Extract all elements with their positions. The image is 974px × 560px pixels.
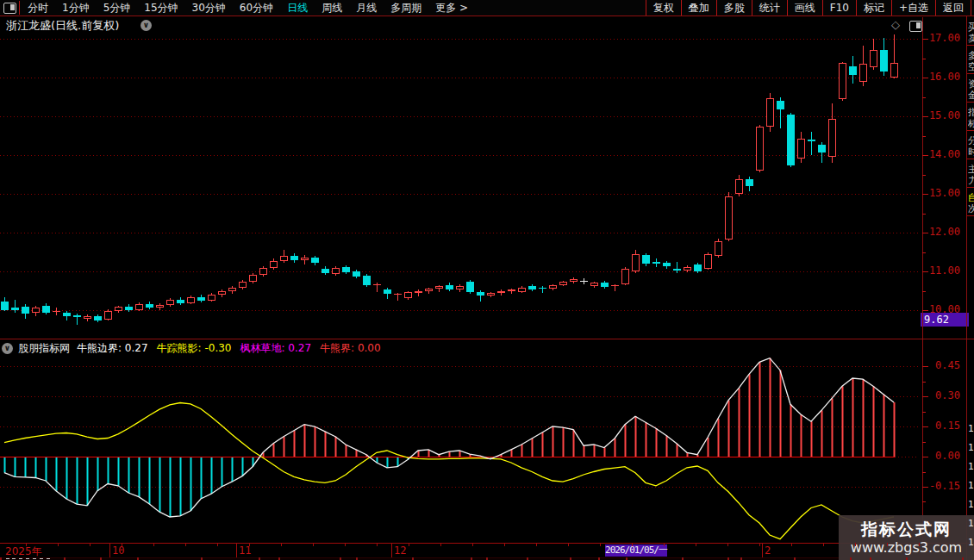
candle bbox=[736, 175, 743, 196]
x-axis-tick bbox=[122, 543, 122, 546]
x-axis-label: 2 bbox=[765, 544, 771, 557]
x-axis-tick bbox=[759, 543, 760, 546]
indicator-chart[interactable] bbox=[0, 358, 922, 543]
candle bbox=[808, 132, 815, 155]
candle bbox=[373, 283, 381, 292]
period-item-1分钟[interactable]: 1分钟 bbox=[55, 0, 97, 16]
tool-item-返回[interactable]: 返回 bbox=[935, 0, 971, 16]
candle bbox=[177, 297, 184, 305]
x-axis-separator bbox=[391, 543, 392, 557]
candle bbox=[798, 132, 805, 163]
candle bbox=[405, 291, 412, 300]
tool-item-F10[interactable]: F10 bbox=[822, 0, 856, 16]
indicator-value: 牛熊界: 0.00 bbox=[320, 341, 381, 356]
tool-item-画线[interactable]: 画线 bbox=[787, 0, 822, 16]
candle bbox=[384, 288, 391, 299]
top-toolbar: 分时1分钟5分钟15分钟30分钟60分钟日线周线月线多周期更多 > 复权叠加多股… bbox=[0, 0, 974, 16]
period-item-60分钟[interactable]: 60分钟 bbox=[233, 0, 280, 16]
indicator-axis-label: 0.00 bbox=[924, 450, 960, 462]
indicator-axis-label: -0.15 bbox=[924, 480, 960, 492]
tool-item-+自选[interactable]: +自选 bbox=[891, 0, 935, 16]
candle bbox=[840, 62, 846, 101]
candle bbox=[560, 281, 567, 286]
indicator-axis-tick bbox=[922, 412, 926, 413]
x-axis-tick bbox=[600, 543, 601, 546]
period-item-更多 >[interactable]: 更多 > bbox=[428, 0, 475, 16]
x-axis-separator bbox=[109, 543, 110, 557]
candle bbox=[871, 39, 877, 70]
indicator-header: ∨ 股朋指标网 牛熊边界: 0.27牛踪熊影: -0.30枫林草地: 0.27牛… bbox=[2, 341, 390, 356]
candle bbox=[528, 284, 536, 291]
candle bbox=[167, 298, 174, 307]
sidebar-glyph: 多 bbox=[968, 51, 974, 61]
indicator-source: 股朋指标网 bbox=[18, 341, 70, 356]
tools-menu: 复权叠加多股统计画线F10标记+自选返回 bbox=[646, 0, 971, 16]
indicator-value: 牛踪熊影: -0.30 bbox=[157, 341, 232, 356]
tool-item-统计[interactable]: 统计 bbox=[752, 0, 787, 16]
candlestick-chart[interactable] bbox=[0, 17, 922, 339]
period-item-周线[interactable]: 周线 bbox=[315, 0, 349, 16]
tool-item-标记[interactable]: 标记 bbox=[856, 0, 891, 16]
indicator-value: 牛熊边界: 0.27 bbox=[77, 341, 148, 356]
candle bbox=[94, 314, 102, 322]
candle bbox=[342, 265, 350, 274]
sidebar-glyph: 指 bbox=[968, 108, 974, 118]
candle bbox=[652, 258, 660, 267]
tool-item-多股[interactable]: 多股 bbox=[716, 0, 752, 16]
period-item-月线[interactable]: 月线 bbox=[349, 0, 384, 16]
candle bbox=[519, 286, 526, 293]
price-axis-tick bbox=[922, 155, 928, 156]
sidebar-divider bbox=[967, 45, 974, 46]
candle bbox=[860, 46, 867, 86]
price-axis-tick bbox=[922, 39, 928, 40]
candle bbox=[633, 250, 640, 273]
price-axis-tick bbox=[922, 291, 926, 292]
x-axis-tick bbox=[919, 543, 920, 546]
price-axis-label: 17.00 bbox=[924, 32, 960, 44]
clipped-row-dot bbox=[12, 558, 16, 559]
candle bbox=[42, 303, 50, 314]
candle bbox=[757, 125, 764, 172]
x-axis-tick bbox=[26, 543, 27, 546]
price-axis-tick bbox=[922, 175, 926, 176]
chevron-down-icon[interactable]: ∨ bbox=[2, 343, 13, 354]
x-axis-label: 10 bbox=[112, 544, 124, 557]
sidebar-glyph: 时 bbox=[968, 147, 974, 158]
candle bbox=[116, 306, 122, 313]
candle bbox=[446, 283, 453, 291]
tool-item-复权[interactable]: 复权 bbox=[646, 0, 681, 16]
sidebar-glyph: 空 bbox=[968, 62, 974, 72]
sidebar-glyph: 金 bbox=[968, 90, 974, 101]
x-axis-tick bbox=[664, 543, 665, 546]
candle bbox=[746, 177, 753, 191]
indicator-axis-tick bbox=[922, 472, 926, 473]
period-item-30分钟[interactable]: 30分钟 bbox=[185, 0, 233, 16]
price-axis-tick bbox=[922, 136, 926, 137]
sidebar-digit: 1 bbox=[968, 443, 974, 453]
sidebar-digit: 1 bbox=[968, 519, 974, 529]
sidebar-divider bbox=[967, 73, 974, 74]
candle bbox=[622, 267, 629, 285]
x-axis-separator bbox=[762, 543, 763, 557]
candle bbox=[311, 256, 319, 265]
period-item-分时[interactable]: 分时 bbox=[21, 0, 55, 16]
x-axis-tick bbox=[855, 543, 856, 546]
x-axis-tick bbox=[345, 543, 346, 546]
clipped-row-dot bbox=[26, 558, 29, 559]
x-axis-separator bbox=[236, 543, 237, 557]
period-item-15分钟[interactable]: 15分钟 bbox=[137, 0, 184, 16]
period-item-5分钟[interactable]: 5分钟 bbox=[97, 0, 138, 16]
clipped-row-dot bbox=[47, 558, 50, 559]
period-item-日线[interactable]: 日线 bbox=[280, 0, 315, 16]
indicator-axis-tick bbox=[922, 487, 928, 488]
tool-item-叠加[interactable]: 叠加 bbox=[681, 0, 716, 16]
x-axis-tick bbox=[313, 543, 314, 546]
candle bbox=[539, 286, 546, 293]
price-axis-tick bbox=[922, 214, 926, 215]
price-axis-label: 13.00 bbox=[924, 187, 960, 199]
sidebar-digit: 1 bbox=[968, 538, 974, 548]
layout-window-icon[interactable] bbox=[3, 3, 16, 14]
period-item-多周期[interactable]: 多周期 bbox=[384, 0, 428, 16]
x-axis-tick bbox=[409, 543, 409, 546]
sidebar-digit: 1 bbox=[968, 424, 974, 434]
